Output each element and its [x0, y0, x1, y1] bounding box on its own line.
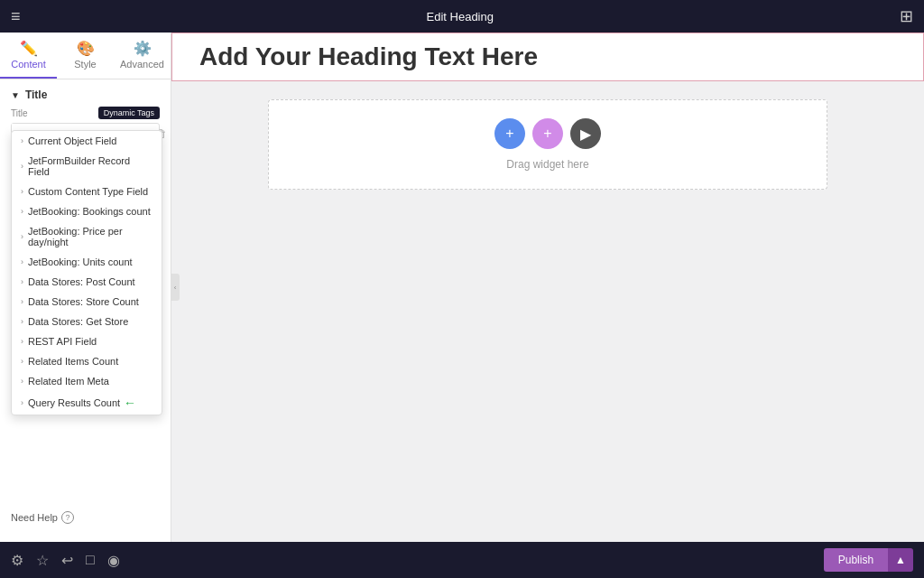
widget-area: + + ▶ Drag widget here [171, 81, 924, 542]
dropdown-arrow-icon: › [21, 232, 23, 241]
help-icon[interactable]: ? [61, 511, 74, 524]
history-icon[interactable]: □ [86, 552, 95, 569]
dropdown-item-rest-api[interactable]: › REST API Field [12, 331, 162, 351]
tab-bar: ✏️ Content 🎨 Style ⚙️ Advanced [0, 33, 171, 79]
dropdown-item-label: JetBooking: Units count [28, 256, 133, 267]
dropdown-arrow-icon: › [21, 207, 23, 216]
dropdown-item-label: JetFormBuilder Record Field [28, 155, 152, 177]
dropdown-item-custom-content[interactable]: › Custom Content Type Field [12, 182, 162, 201]
widget-btn-pink-icon: + [543, 126, 551, 142]
widget-btn-blue-icon: + [505, 126, 513, 142]
widget-btn-dark-icon: ▶ [580, 126, 591, 143]
sidebar: ✏️ Content 🎨 Style ⚙️ Advanced ▼ Title T… [0, 33, 171, 542]
dropdown-arrow-icon: › [21, 337, 23, 346]
top-bar: ≡ Edit Heading ⊞ [0, 0, 924, 33]
dropdown-arrow-icon: › [21, 377, 23, 386]
section-title-label: Title [25, 89, 47, 101]
dropdown-item-label: Data Stores: Get Store [28, 316, 128, 327]
tab-content-label: Content [11, 59, 46, 70]
dropdown-item-query-results[interactable]: › Query Results Count ← [12, 391, 162, 415]
title-label: Title [11, 108, 28, 118]
advanced-icon: ⚙️ [134, 40, 152, 57]
star-icon[interactable]: ☆ [36, 552, 49, 569]
tab-style-label: Style [74, 59, 96, 70]
dropdown-arrow-icon: › [21, 398, 23, 407]
dropdown-arrow-icon: › [21, 187, 23, 196]
publish-group: Publish ▲ [824, 548, 913, 572]
dropdown-item-related-meta[interactable]: › Related Item Meta [12, 371, 162, 391]
page-title: Edit Heading [427, 10, 494, 23]
tab-advanced[interactable]: ⚙️ Advanced [114, 33, 171, 79]
widget-btn-dark[interactable]: ▶ [570, 118, 601, 149]
bottom-icons: ⚙ ☆ ↩ □ ◉ [11, 552, 120, 569]
need-help-label: Need Help [11, 512, 58, 523]
green-arrow-icon: ← [124, 396, 136, 410]
content-icon: ✏️ [20, 40, 38, 57]
dropdown-arrow-icon: › [21, 277, 23, 286]
dropdown-item-jetform[interactable]: › JetFormBuilder Record Field [12, 151, 162, 182]
widget-container: + + ▶ Drag widget here [268, 99, 827, 190]
dropdown-item-label: JetBooking: Bookings count [28, 206, 151, 217]
dropdown-item-label: Related Items Count [28, 356, 118, 367]
dynamic-tags-dropdown: › Current Object Field › JetFormBuilder … [11, 130, 162, 415]
dropdown-arrow-icon: › [21, 257, 23, 266]
publish-button[interactable]: Publish [824, 548, 888, 572]
dropdown-arrow-icon: › [21, 136, 23, 145]
dynamic-tags-button[interactable]: Dynamic Tags [98, 107, 160, 119]
dropdown-item-label: Related Item Meta [28, 376, 109, 387]
settings-icon[interactable]: ⚙ [11, 552, 23, 569]
dropdown-arrow-icon: › [21, 357, 23, 366]
heading-text: Add Your Heading Text Here [199, 42, 538, 71]
heading-preview: Add Your Heading Text Here [171, 33, 924, 81]
dropdown-arrow-icon: › [21, 317, 23, 326]
dropdown-arrow-icon: › [21, 297, 23, 306]
drag-widget-text: Drag widget here [506, 158, 588, 171]
publish-caret-button[interactable]: ▲ [888, 548, 913, 572]
tab-content[interactable]: ✏️ Content [0, 33, 57, 79]
title-label-row: Title Dynamic Tags [11, 107, 160, 119]
eye-icon[interactable]: ◉ [107, 552, 120, 569]
dropdown-item-label: Custom Content Type Field [28, 186, 148, 197]
dropdown-item-related-items[interactable]: › Related Items Count [12, 351, 162, 371]
sidebar-collapse-handle[interactable]: ‹ [171, 274, 180, 301]
dropdown-item-label: Query Results Count [28, 397, 120, 408]
dropdown-item-price[interactable]: › JetBooking: Price per day/night [12, 221, 162, 252]
dropdown-item-units[interactable]: › JetBooking: Units count [12, 252, 162, 272]
tab-advanced-label: Advanced [120, 59, 164, 70]
canvas-area: Add Your Heading Text Here + + ▶ Drag wi… [171, 33, 924, 542]
section-title: ▼ Title [0, 79, 171, 107]
dropdown-item-label: Data Stores: Post Count [28, 276, 135, 287]
dropdown-item-bookings-count[interactable]: › JetBooking: Bookings count [12, 201, 162, 221]
grid-icon[interactable]: ⊞ [900, 6, 913, 26]
need-help-row: Need Help ? [0, 502, 171, 533]
dropdown-arrow-icon: › [21, 162, 23, 171]
dropdown-item-label: REST API Field [28, 336, 97, 347]
section-arrow-icon: ▼ [11, 90, 20, 100]
bottom-bar: ⚙ ☆ ↩ □ ◉ Publish ▲ [0, 542, 924, 578]
dropdown-item-get-store[interactable]: › Data Stores: Get Store [12, 312, 162, 331]
dropdown-item-post-count[interactable]: › Data Stores: Post Count [12, 272, 162, 292]
widget-btn-pink[interactable]: + [532, 118, 563, 149]
style-icon: 🎨 [77, 40, 95, 57]
widget-buttons: + + ▶ [494, 118, 601, 149]
dropdown-item-current-object[interactable]: › Current Object Field [12, 131, 162, 151]
tab-style[interactable]: 🎨 Style [57, 33, 114, 79]
dropdown-item-label: JetBooking: Price per day/night [28, 226, 152, 247]
widget-btn-blue[interactable]: + [494, 118, 525, 149]
dropdown-item-store-count[interactable]: › Data Stores: Store Count [12, 292, 162, 312]
undo-icon[interactable]: ↩ [61, 552, 73, 569]
dropdown-item-label: Current Object Field [28, 135, 116, 146]
dropdown-item-label: Data Stores: Store Count [28, 296, 139, 307]
main-layout: ✏️ Content 🎨 Style ⚙️ Advanced ▼ Title T… [0, 33, 924, 542]
menu-icon[interactable]: ≡ [11, 7, 21, 26]
